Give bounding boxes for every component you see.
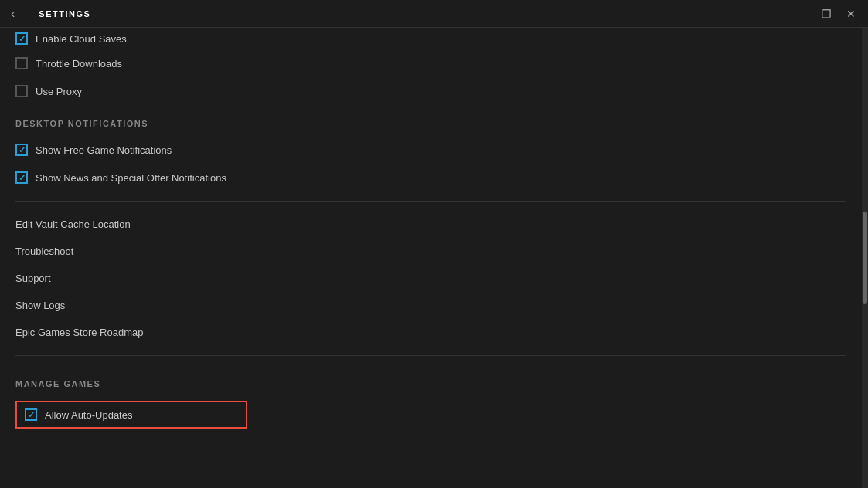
- throttle-downloads-item[interactable]: Throttle Downloads: [15, 49, 846, 77]
- show-free-game-notifications-item[interactable]: Show Free Game Notifications: [15, 136, 846, 164]
- show-news-notifications-item[interactable]: Show News and Special Offer Notification…: [15, 164, 846, 191]
- use-proxy-item[interactable]: Use Proxy: [15, 77, 846, 105]
- edit-vault-cache-label: Edit Vault Cache Location: [15, 219, 131, 230]
- show-logs-item[interactable]: Show Logs: [15, 292, 846, 319]
- divider-2: [15, 355, 846, 356]
- minimize-button[interactable]: —: [791, 3, 812, 25]
- back-button[interactable]: ‹: [6, 5, 19, 22]
- scrollbar-thumb[interactable]: [863, 212, 867, 304]
- enable-cloud-saves-label: Enable Cloud Saves: [36, 33, 127, 45]
- close-button[interactable]: ✕: [840, 3, 862, 25]
- show-free-game-notifications-label: Show Free Game Notifications: [36, 144, 172, 156]
- allow-auto-updates-item[interactable]: Allow Auto-Updates: [15, 401, 247, 429]
- use-proxy-checkbox[interactable]: [15, 85, 28, 97]
- troubleshoot-item[interactable]: Troubleshoot: [15, 238, 846, 265]
- show-news-notifications-checkbox[interactable]: [15, 171, 28, 184]
- desktop-notifications-heading: DESKTOP NOTIFICATIONS: [15, 105, 846, 136]
- title-divider: [29, 8, 29, 20]
- support-label: Support: [15, 273, 51, 284]
- epic-roadmap-item[interactable]: Epic Games Store Roadmap: [15, 319, 846, 346]
- allow-auto-updates-checkbox[interactable]: [25, 408, 37, 421]
- title-bar: ‹ SETTINGS — ❐ ✕: [0, 0, 868, 28]
- show-logs-label: Show Logs: [15, 300, 65, 311]
- divider-1: [15, 201, 846, 202]
- restore-button[interactable]: ❐: [815, 3, 837, 25]
- manage-games-heading: MANAGE GAMES: [15, 365, 846, 396]
- content-area: Enable Cloud Saves Throttle Downloads Us…: [0, 28, 868, 488]
- allow-auto-updates-label: Allow Auto-Updates: [45, 409, 132, 421]
- show-free-game-notifications-checkbox[interactable]: [15, 144, 28, 156]
- use-proxy-label: Use Proxy: [36, 86, 82, 97]
- support-item[interactable]: Support: [15, 265, 846, 292]
- edit-vault-cache-item[interactable]: Edit Vault Cache Location: [15, 211, 846, 238]
- show-news-notifications-label: Show News and Special Offer Notification…: [36, 172, 226, 184]
- settings-title: SETTINGS: [39, 9, 90, 19]
- main-content: Enable Cloud Saves Throttle Downloads Us…: [0, 28, 862, 488]
- enable-cloud-saves-item[interactable]: Enable Cloud Saves: [15, 28, 846, 49]
- enable-cloud-saves-checkbox[interactable]: [15, 32, 28, 45]
- throttle-downloads-label: Throttle Downloads: [36, 58, 122, 69]
- scrollbar[interactable]: [862, 28, 868, 488]
- epic-roadmap-label: Epic Games Store Roadmap: [15, 327, 143, 338]
- troubleshoot-label: Troubleshoot: [15, 246, 73, 257]
- window-controls: — ❐ ✕: [791, 3, 862, 25]
- throttle-downloads-checkbox[interactable]: [15, 57, 28, 69]
- title-bar-left: ‹ SETTINGS: [6, 5, 90, 22]
